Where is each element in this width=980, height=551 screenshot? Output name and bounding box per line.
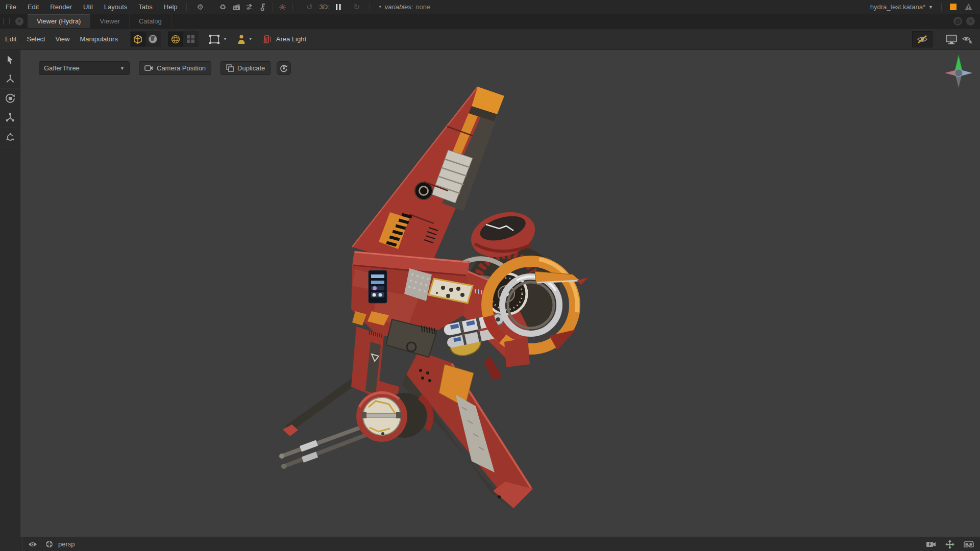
render-region-button[interactable]: ▼ bbox=[209, 34, 227, 44]
select-tool-button[interactable] bbox=[0, 50, 20, 69]
tab-label: Catalog bbox=[139, 17, 162, 25]
separator bbox=[941, 3, 942, 11]
pane-tabbar: ▼ Viewer (Hydra) Viewer Catalog ✕ bbox=[0, 14, 980, 29]
current-file-name[interactable]: hydra_test.katana* bbox=[870, 3, 925, 11]
axis-y-neg-cone bbox=[955, 76, 962, 88]
viewport-float-toolbar: GafferThree ▼ Camera Position Duplicate bbox=[39, 61, 291, 75]
tab-catalog[interactable]: Catalog bbox=[130, 14, 172, 28]
variables-value[interactable]: none bbox=[415, 3, 430, 11]
rotate-lock-icon bbox=[280, 64, 288, 72]
duplicate-icon bbox=[226, 64, 234, 72]
3d-mode-label: 3D: bbox=[320, 3, 330, 11]
transfer-arrows-icon[interactable] bbox=[243, 1, 256, 13]
tab-viewer-hydra[interactable]: Viewer (Hydra) bbox=[28, 14, 90, 28]
cube-icon bbox=[133, 34, 143, 44]
pane-menu-button[interactable]: ▼ bbox=[15, 17, 23, 26]
scale-icon bbox=[5, 113, 15, 123]
chevron-down-icon: ▼ bbox=[223, 37, 227, 41]
duplicate-label: Duplicate bbox=[237, 64, 265, 72]
axis-orientation-gizmo[interactable] bbox=[943, 53, 974, 90]
menu-edit[interactable]: Edit bbox=[22, 0, 44, 14]
warning-triangle-icon[interactable] bbox=[962, 1, 975, 13]
settings-gear-icon[interactable]: ⚙ bbox=[194, 1, 207, 13]
tab-viewer[interactable]: Viewer bbox=[90, 14, 130, 28]
menu-layouts[interactable]: Layouts bbox=[99, 0, 133, 14]
separator bbox=[292, 3, 293, 11]
rotate-icon bbox=[5, 93, 15, 104]
axis-y-cone bbox=[955, 55, 962, 70]
menu-file[interactable]: File bbox=[0, 0, 22, 14]
file-menu-caret-icon[interactable]: ▼ bbox=[928, 5, 933, 10]
camera-icon bbox=[144, 65, 153, 71]
lock-orientation-button[interactable] bbox=[277, 61, 291, 75]
area-light-icon bbox=[263, 35, 272, 44]
tiles-icon bbox=[186, 35, 195, 43]
menu-util[interactable]: Util bbox=[78, 0, 99, 14]
snapshot-camera-icon[interactable] bbox=[925, 538, 937, 550]
shading-mode-group bbox=[130, 31, 161, 47]
viewer-menu-edit[interactable]: Edit bbox=[0, 35, 21, 43]
axis-center-sphere bbox=[955, 69, 963, 77]
separator bbox=[938, 35, 938, 43]
monitor-icon[interactable] bbox=[943, 33, 960, 45]
pane-float-icon[interactable] bbox=[953, 17, 962, 26]
spaceship-model[interactable] bbox=[20, 50, 980, 537]
person-icon bbox=[237, 34, 246, 44]
pane-grip-handle[interactable] bbox=[3, 18, 10, 24]
menu-help[interactable]: Help bbox=[158, 0, 183, 14]
refresh-icon: ↻ bbox=[350, 1, 363, 13]
area-light-label: Area Light bbox=[276, 35, 306, 43]
texture-tiles-toggle[interactable] bbox=[183, 32, 198, 46]
pane-close-icon[interactable]: ✕ bbox=[966, 17, 975, 26]
render-slate-icon[interactable] bbox=[230, 1, 243, 13]
viewer-menu-view[interactable]: View bbox=[51, 35, 75, 43]
globe-icon bbox=[148, 34, 158, 44]
lighting-mode-group bbox=[168, 31, 199, 47]
proxy-display-button[interactable]: ▼ bbox=[237, 34, 253, 44]
shaded-cube-toggle[interactable] bbox=[131, 32, 145, 46]
menu-render[interactable]: Render bbox=[44, 0, 78, 14]
viewport-status-bar: persp bbox=[0, 537, 980, 551]
stereo-glasses-icon[interactable] bbox=[963, 538, 975, 550]
viewer-menu-select[interactable]: Select bbox=[21, 35, 50, 43]
camera-visibility-eye-icon[interactable] bbox=[27, 538, 39, 550]
unsaved-indicator-square[interactable] bbox=[950, 4, 957, 10]
translate-icon bbox=[5, 74, 15, 84]
transform-space-icon bbox=[5, 132, 15, 142]
gaffer-dropdown-value: GafferThree bbox=[44, 64, 80, 72]
duplicate-button[interactable]: Duplicate bbox=[220, 61, 271, 75]
wireframe-sphere-toggle[interactable] bbox=[168, 32, 183, 46]
chevron-down-icon: ▼ bbox=[120, 66, 125, 71]
left-tool-strip bbox=[0, 50, 20, 537]
chevron-down-icon: ▼ bbox=[249, 37, 253, 41]
gaffer-node-dropdown[interactable]: GafferThree ▼ bbox=[39, 61, 130, 75]
variables-caret-icon[interactable]: ▼ bbox=[378, 5, 382, 9]
area-light-toggle[interactable]: Area Light bbox=[263, 35, 306, 44]
lights-visibility-toggle[interactable] bbox=[912, 31, 933, 47]
recycle-flush-caches-icon[interactable]: ♻ bbox=[216, 1, 230, 13]
viewer-menu-manipulators[interactable]: Manipulators bbox=[75, 35, 123, 43]
environment-globe-toggle[interactable] bbox=[145, 32, 160, 46]
pause-updates-icon[interactable] bbox=[332, 1, 345, 13]
wire-sphere-icon bbox=[170, 34, 181, 44]
camera-position-label: Camera Position bbox=[157, 64, 206, 72]
rotate-tool-button[interactable] bbox=[0, 89, 20, 108]
eye-slash-icon bbox=[916, 35, 928, 44]
hydra-viewport[interactable]: GafferThree ▼ Camera Position Duplicate bbox=[20, 50, 980, 537]
menu-tabs[interactable]: Tabs bbox=[133, 0, 158, 14]
eye-pointer-icon[interactable] bbox=[960, 33, 976, 45]
separator bbox=[370, 3, 370, 11]
pan-arrows-icon[interactable] bbox=[944, 538, 956, 550]
transform-space-tool-button[interactable] bbox=[0, 128, 20, 147]
camera-position-button[interactable]: Camera Position bbox=[139, 61, 211, 75]
cursor-arrow-icon bbox=[6, 55, 14, 64]
scale-tool-button[interactable] bbox=[0, 108, 20, 128]
tab-label: Viewer (Hydra) bbox=[37, 17, 81, 25]
ship-right-leg bbox=[402, 351, 533, 508]
camera-aperture-icon[interactable] bbox=[43, 538, 55, 550]
status-left-pad bbox=[0, 537, 22, 551]
tab-label: Viewer bbox=[100, 17, 120, 25]
translate-tool-button[interactable] bbox=[0, 69, 20, 89]
key-hook-icon[interactable] bbox=[256, 1, 270, 13]
debug-bug-icon[interactable] bbox=[276, 1, 289, 13]
